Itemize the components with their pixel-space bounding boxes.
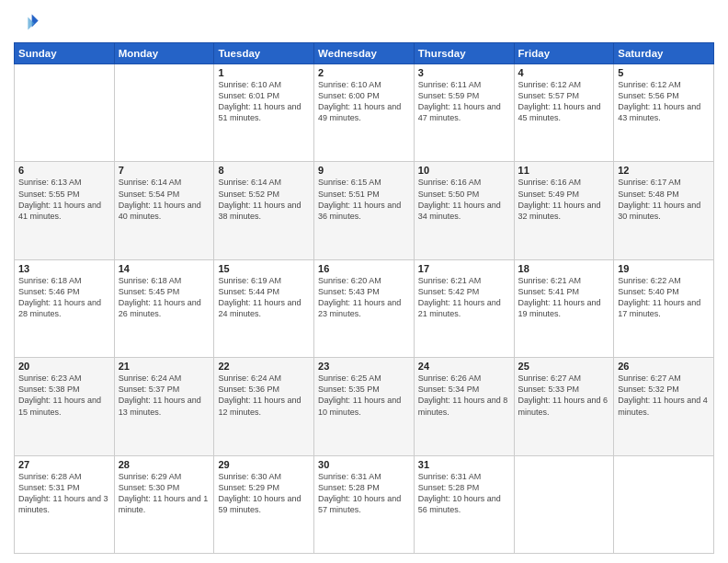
weekday-friday: Friday — [514, 43, 614, 64]
cell-details: Sunrise: 6:12 AM Sunset: 5:56 PM Dayligh… — [618, 79, 710, 124]
calendar-cell — [114, 64, 214, 162]
calendar-cell: 26Sunrise: 6:27 AM Sunset: 5:32 PM Dayli… — [614, 358, 714, 455]
day-number: 28 — [119, 459, 210, 470]
calendar-cell: 16Sunrise: 6:20 AM Sunset: 5:43 PM Dayli… — [314, 259, 415, 357]
day-number: 17 — [418, 263, 510, 274]
calendar-cell: 30Sunrise: 6:31 AM Sunset: 5:28 PM Dayli… — [314, 455, 415, 553]
weekday-monday: Monday — [114, 43, 214, 64]
day-number: 15 — [218, 263, 310, 274]
logo — [14, 9, 43, 35]
calendar-cell: 4Sunrise: 6:12 AM Sunset: 5:57 PM Daylig… — [514, 64, 614, 162]
cell-details: Sunrise: 6:24 AM Sunset: 5:36 PM Dayligh… — [218, 373, 310, 418]
cell-details: Sunrise: 6:18 AM Sunset: 5:46 PM Dayligh… — [18, 275, 110, 320]
cell-details: Sunrise: 6:23 AM Sunset: 5:38 PM Dayligh… — [18, 373, 110, 418]
calendar-cell: 20Sunrise: 6:23 AM Sunset: 5:38 PM Dayli… — [15, 358, 115, 455]
cell-details: Sunrise: 6:16 AM Sunset: 5:50 PM Dayligh… — [418, 177, 510, 222]
cell-details: Sunrise: 6:31 AM Sunset: 5:28 PM Dayligh… — [318, 471, 410, 516]
day-number: 29 — [218, 459, 310, 470]
calendar-cell: 29Sunrise: 6:30 AM Sunset: 5:29 PM Dayli… — [214, 455, 314, 553]
day-number: 11 — [518, 165, 610, 176]
cell-details: Sunrise: 6:11 AM Sunset: 5:59 PM Dayligh… — [418, 79, 510, 124]
calendar-cell: 17Sunrise: 6:21 AM Sunset: 5:42 PM Dayli… — [414, 259, 514, 357]
calendar-cell: 13Sunrise: 6:18 AM Sunset: 5:46 PM Dayli… — [15, 259, 115, 357]
day-number: 20 — [18, 361, 110, 372]
svg-marker-0 — [32, 15, 39, 28]
page: SundayMondayTuesdayWednesdayThursdayFrid… — [0, 0, 728, 563]
calendar-cell: 23Sunrise: 6:25 AM Sunset: 5:35 PM Dayli… — [314, 358, 415, 455]
calendar-cell: 14Sunrise: 6:18 AM Sunset: 5:45 PM Dayli… — [114, 259, 214, 357]
weekday-tuesday: Tuesday — [214, 43, 314, 64]
weekday-sunday: Sunday — [15, 43, 115, 64]
day-number: 27 — [18, 459, 110, 470]
week-row-1: 6Sunrise: 6:13 AM Sunset: 5:55 PM Daylig… — [15, 162, 714, 259]
calendar-cell: 15Sunrise: 6:19 AM Sunset: 5:44 PM Dayli… — [214, 259, 314, 357]
calendar-cell: 10Sunrise: 6:16 AM Sunset: 5:50 PM Dayli… — [414, 162, 514, 259]
weekday-wednesday: Wednesday — [314, 43, 415, 64]
day-number: 16 — [318, 263, 410, 274]
calendar-cell: 12Sunrise: 6:17 AM Sunset: 5:48 PM Dayli… — [614, 162, 714, 259]
weekday-saturday: Saturday — [614, 43, 714, 64]
calendar-cell: 31Sunrise: 6:31 AM Sunset: 5:28 PM Dayli… — [414, 455, 514, 553]
cell-details: Sunrise: 6:25 AM Sunset: 5:35 PM Dayligh… — [318, 373, 410, 418]
cell-details: Sunrise: 6:27 AM Sunset: 5:32 PM Dayligh… — [618, 373, 710, 418]
calendar-cell: 11Sunrise: 6:16 AM Sunset: 5:49 PM Dayli… — [514, 162, 614, 259]
calendar-cell: 25Sunrise: 6:27 AM Sunset: 5:33 PM Dayli… — [514, 358, 614, 455]
cell-details: Sunrise: 6:12 AM Sunset: 5:57 PM Dayligh… — [518, 79, 610, 124]
cell-details: Sunrise: 6:10 AM Sunset: 6:00 PM Dayligh… — [318, 79, 410, 124]
day-number: 18 — [518, 263, 610, 274]
cell-details: Sunrise: 6:20 AM Sunset: 5:43 PM Dayligh… — [318, 275, 410, 320]
calendar-cell: 1Sunrise: 6:10 AM Sunset: 6:01 PM Daylig… — [214, 64, 314, 162]
calendar-cell: 5Sunrise: 6:12 AM Sunset: 5:56 PM Daylig… — [614, 64, 714, 162]
week-row-4: 27Sunrise: 6:28 AM Sunset: 5:31 PM Dayli… — [15, 455, 714, 553]
cell-details: Sunrise: 6:31 AM Sunset: 5:28 PM Dayligh… — [418, 471, 510, 516]
day-number: 24 — [418, 361, 510, 372]
day-number: 22 — [218, 361, 310, 372]
day-number: 14 — [119, 263, 210, 274]
day-number: 8 — [218, 165, 310, 176]
calendar-cell: 21Sunrise: 6:24 AM Sunset: 5:37 PM Dayli… — [114, 358, 214, 455]
day-number: 4 — [518, 67, 610, 78]
day-number: 13 — [18, 263, 110, 274]
calendar-cell: 3Sunrise: 6:11 AM Sunset: 5:59 PM Daylig… — [414, 64, 514, 162]
cell-details: Sunrise: 6:21 AM Sunset: 5:42 PM Dayligh… — [418, 275, 510, 320]
cell-details: Sunrise: 6:18 AM Sunset: 5:45 PM Dayligh… — [119, 275, 210, 320]
day-number: 3 — [418, 67, 510, 78]
cell-details: Sunrise: 6:27 AM Sunset: 5:33 PM Dayligh… — [518, 373, 610, 418]
cell-details: Sunrise: 6:10 AM Sunset: 6:01 PM Dayligh… — [218, 79, 310, 124]
cell-details: Sunrise: 6:14 AM Sunset: 5:54 PM Dayligh… — [119, 177, 210, 222]
day-number: 5 — [618, 67, 710, 78]
cell-details: Sunrise: 6:28 AM Sunset: 5:31 PM Dayligh… — [18, 471, 110, 516]
day-number: 19 — [618, 263, 710, 274]
week-row-2: 13Sunrise: 6:18 AM Sunset: 5:46 PM Dayli… — [15, 259, 714, 357]
weekday-thursday: Thursday — [414, 43, 514, 64]
week-row-0: 1Sunrise: 6:10 AM Sunset: 6:01 PM Daylig… — [15, 64, 714, 162]
cell-details: Sunrise: 6:14 AM Sunset: 5:52 PM Dayligh… — [218, 177, 310, 222]
calendar-cell: 19Sunrise: 6:22 AM Sunset: 5:40 PM Dayli… — [614, 259, 714, 357]
cell-details: Sunrise: 6:26 AM Sunset: 5:34 PM Dayligh… — [418, 373, 510, 418]
weekday-header-row: SundayMondayTuesdayWednesdayThursdayFrid… — [15, 43, 714, 64]
calendar-cell: 7Sunrise: 6:14 AM Sunset: 5:54 PM Daylig… — [114, 162, 214, 259]
day-number: 10 — [418, 165, 510, 176]
calendar-table: SundayMondayTuesdayWednesdayThursdayFrid… — [14, 42, 714, 554]
cell-details: Sunrise: 6:13 AM Sunset: 5:55 PM Dayligh… — [18, 177, 110, 222]
calendar-cell: 18Sunrise: 6:21 AM Sunset: 5:41 PM Dayli… — [514, 259, 614, 357]
day-number: 1 — [218, 67, 310, 78]
calendar-cell: 2Sunrise: 6:10 AM Sunset: 6:00 PM Daylig… — [314, 64, 415, 162]
calendar-cell — [614, 455, 714, 553]
day-number: 25 — [518, 361, 610, 372]
day-number: 26 — [618, 361, 710, 372]
day-number: 30 — [318, 459, 410, 470]
cell-details: Sunrise: 6:29 AM Sunset: 5:30 PM Dayligh… — [119, 471, 210, 516]
day-number: 9 — [318, 165, 410, 176]
calendar-cell: 6Sunrise: 6:13 AM Sunset: 5:55 PM Daylig… — [15, 162, 115, 259]
cell-details: Sunrise: 6:21 AM Sunset: 5:41 PM Dayligh… — [518, 275, 610, 320]
calendar-cell — [15, 64, 115, 162]
cell-details: Sunrise: 6:16 AM Sunset: 5:49 PM Dayligh… — [518, 177, 610, 222]
header — [14, 9, 714, 35]
calendar-cell: 9Sunrise: 6:15 AM Sunset: 5:51 PM Daylig… — [314, 162, 415, 259]
cell-details: Sunrise: 6:24 AM Sunset: 5:37 PM Dayligh… — [119, 373, 210, 418]
day-number: 21 — [119, 361, 210, 372]
calendar-cell: 27Sunrise: 6:28 AM Sunset: 5:31 PM Dayli… — [15, 455, 115, 553]
day-number: 2 — [318, 67, 410, 78]
cell-details: Sunrise: 6:30 AM Sunset: 5:29 PM Dayligh… — [218, 471, 310, 516]
